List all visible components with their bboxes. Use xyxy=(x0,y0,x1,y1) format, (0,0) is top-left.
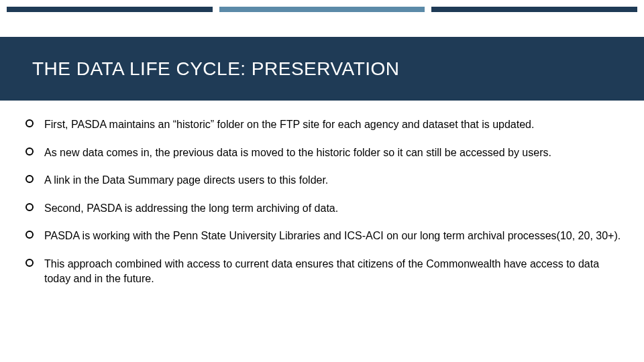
bullet-text: This approach combined with access to cu… xyxy=(44,258,599,284)
bullet-marker-icon xyxy=(25,259,34,267)
bullet-marker-icon xyxy=(25,203,34,211)
bullet-list: First, PASDA maintains an “historic” fol… xyxy=(25,117,624,286)
title-band: THE DATA LIFE CYCLE: PRESERVATION xyxy=(0,37,644,101)
bullet-text: First, PASDA maintains an “historic” fol… xyxy=(44,119,534,130)
bullet-item: First, PASDA maintains an “historic” fol… xyxy=(25,117,624,132)
slide-body: First, PASDA maintains an “historic” fol… xyxy=(25,117,624,299)
bullet-item: PASDA is working with the Penn State Uni… xyxy=(25,229,624,243)
bullet-item: Second, PASDA is addressing the long ter… xyxy=(25,201,624,216)
bullet-item: This approach combined with access to cu… xyxy=(25,257,624,286)
stripe-segment-dark xyxy=(7,7,213,12)
stripe-segment-dark xyxy=(431,7,637,12)
bullet-marker-icon xyxy=(25,175,34,183)
stripe-segment-light xyxy=(219,7,425,12)
bullet-text: A link in the Data Summary page directs … xyxy=(44,174,328,186)
slide-title: THE DATA LIFE CYCLE: PRESERVATION xyxy=(32,58,400,80)
bullet-text: Second, PASDA is addressing the long ter… xyxy=(44,202,338,214)
bullet-text: PASDA is working with the Penn State Uni… xyxy=(44,230,621,241)
bullet-item: As new data comes in, the previous data … xyxy=(25,145,624,160)
bullet-marker-icon xyxy=(25,231,34,239)
top-stripe xyxy=(7,7,637,12)
bullet-item: A link in the Data Summary page directs … xyxy=(25,173,624,188)
bullet-marker-icon xyxy=(25,147,34,156)
slide: THE DATA LIFE CYCLE: PRESERVATION First,… xyxy=(0,0,644,362)
bullet-text: As new data comes in, the previous data … xyxy=(44,147,551,158)
bullet-marker-icon xyxy=(25,119,34,127)
